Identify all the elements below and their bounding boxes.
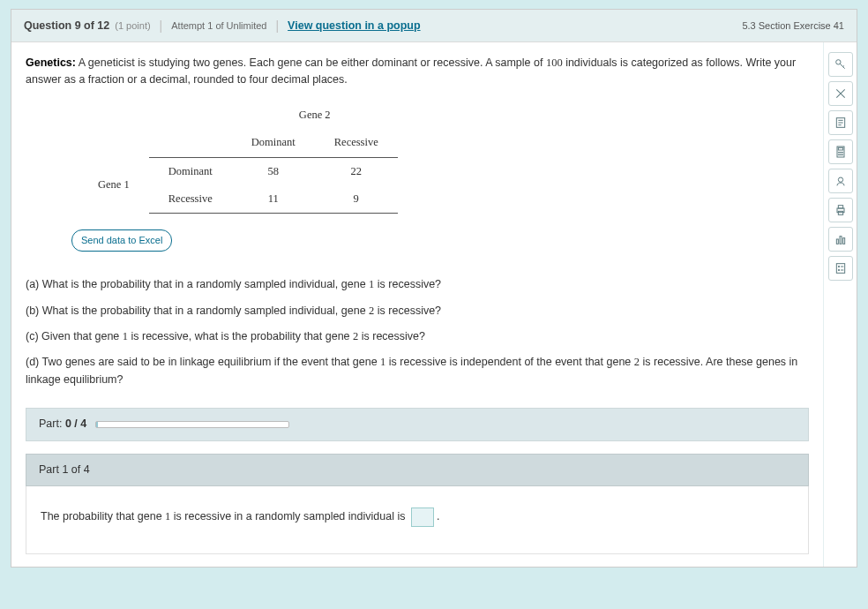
send-to-excel-button[interactable]: Send data to Excel	[71, 229, 172, 252]
question-a: (a) What is the probability that in a ra…	[26, 276, 809, 293]
svg-rect-14	[836, 239, 838, 244]
table-cell: 22	[315, 157, 398, 185]
progress-val: 0 / 4	[65, 417, 86, 430]
row-label: Recessive	[149, 185, 232, 214]
svg-point-4	[838, 152, 839, 153]
prompt-title: Genetics:	[26, 56, 76, 69]
data-table: Gene 2 Dominant Recessive Gene 1 Dominan…	[79, 102, 809, 214]
stats-icon[interactable]	[828, 227, 853, 252]
question-d: (d) Two genes are said to be in linkage …	[26, 354, 809, 388]
svg-point-6	[842, 152, 842, 153]
qa-pre: (a) What is the probability that in a ra…	[26, 278, 369, 290]
svg-rect-16	[842, 238, 844, 244]
p1-pre: The probability that gene	[41, 510, 165, 523]
qa-post: is recessive?	[374, 278, 441, 290]
notes-icon[interactable]	[828, 110, 853, 135]
section-label: 5.3 Section Exercise 41	[742, 20, 844, 31]
question-number: Question 9 of 12	[24, 19, 109, 32]
qb-pre: (b) What is the probability that in a ra…	[26, 304, 369, 317]
table-top-title: Gene 2	[232, 102, 398, 129]
print-icon[interactable]	[828, 198, 853, 222]
question-container: Question 9 of 12 (1 point) | Attempt 1 o…	[11, 9, 857, 568]
svg-point-8	[840, 154, 841, 155]
progress-track	[95, 421, 289, 428]
divider: |	[275, 19, 279, 33]
progress-pre: Part:	[39, 417, 65, 430]
qd-mid: is recessive is independent of the event…	[385, 356, 633, 368]
part-1-body: The probability that gene 1 is recessive…	[26, 486, 809, 554]
p1-period: .	[437, 510, 439, 523]
settings-icon[interactable]	[828, 256, 853, 281]
svg-point-9	[842, 154, 842, 155]
svg-rect-15	[840, 237, 842, 244]
prompt-t1: A geneticist is studying two genes. Each…	[76, 56, 546, 69]
progress-bar-section: Part: 0 / 4	[26, 408, 809, 440]
svg-point-7	[838, 154, 839, 155]
qc-post: is recessive?	[358, 330, 425, 342]
table-cell: 11	[232, 185, 315, 214]
attempt-label: Attempt 1 of Unlimited	[171, 20, 266, 31]
view-icon[interactable]	[828, 169, 853, 193]
points-label: (1 point)	[115, 20, 150, 31]
side-toolbar	[823, 42, 857, 567]
svg-rect-3	[838, 147, 842, 150]
view-popup-link[interactable]: View question in a popup	[288, 19, 420, 32]
progress-fill	[96, 422, 98, 427]
divider: |	[160, 19, 163, 33]
question-b: (b) What is the probability that in a ra…	[26, 303, 809, 320]
prompt-text: Genetics: A geneticist is studying two g…	[26, 55, 809, 89]
svg-point-18	[838, 266, 839, 267]
qb-post: is recessive?	[374, 304, 441, 317]
row-label: Dominant	[149, 157, 232, 185]
question-content: Genetics: A geneticist is studying two g…	[11, 42, 823, 567]
table-cell: 9	[315, 185, 398, 214]
table-left-title: Gene 1	[79, 157, 149, 214]
svg-rect-13	[838, 211, 842, 214]
qc-mid: is recessive, what is the probability th…	[128, 330, 353, 342]
svg-point-5	[840, 152, 841, 153]
calculator-icon[interactable]	[828, 139, 853, 164]
body-wrap: Genetics: A geneticist is studying two g…	[11, 42, 857, 567]
qd-pre: (d) Two genes are said to be in linkage …	[26, 356, 380, 368]
p1-post: is recessive in a randomly sampled indiv…	[170, 510, 408, 523]
qc-pre: (c) Given that gene	[26, 330, 123, 342]
question-c: (c) Given that gene 1 is recessive, what…	[26, 328, 809, 345]
col-header: Recessive	[315, 129, 398, 157]
svg-point-0	[835, 60, 840, 64]
svg-point-19	[838, 269, 839, 270]
answer-input[interactable]	[411, 508, 434, 527]
nav-icon[interactable]	[828, 81, 853, 106]
part-1-header: Part 1 of 4	[26, 454, 809, 486]
svg-point-10	[838, 177, 842, 182]
svg-rect-17	[836, 264, 844, 274]
table-cell: 58	[232, 157, 315, 185]
sample-n: 100	[546, 56, 563, 69]
question-header: Question 9 of 12 (1 point) | Attempt 1 o…	[11, 10, 857, 42]
svg-rect-12	[838, 206, 842, 208]
key-icon[interactable]	[828, 52, 853, 77]
col-header: Dominant	[232, 129, 315, 157]
progress-label: Part: 0 / 4	[39, 416, 86, 432]
